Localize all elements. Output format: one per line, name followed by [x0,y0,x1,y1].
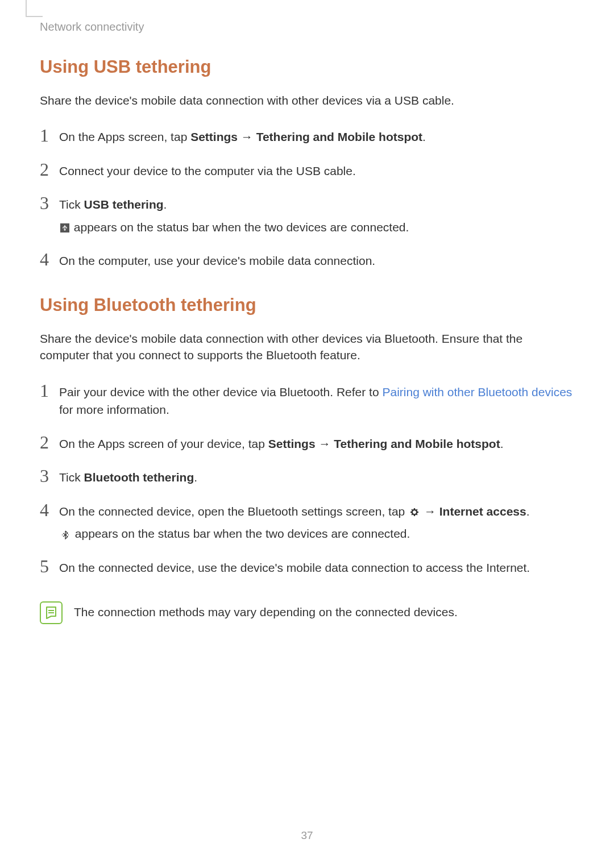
usb-step-1: 1 On the Apps screen, tap Settings → Tet… [40,126,574,146]
step-subline: appears on the status bar when the two d… [59,218,409,236]
usb-step-4: 4 On the computer, use your device's mob… [40,250,574,270]
step-number: 4 [40,250,59,269]
note-icon [40,601,63,624]
step-number: 1 [40,126,59,146]
bt-step-4: 4 On the connected device, open the Blue… [40,500,574,543]
intro-usb: Share the device's mobile data connectio… [40,92,574,109]
step-text: On the connected device, open the Blueto… [59,500,530,543]
note-box: The connection methods may vary dependin… [40,601,574,624]
bold-tethering: Tethering and Mobile hotspot [256,130,422,143]
bt-step-5: 5 On the connected device, use the devic… [40,556,574,577]
step-number: 3 [40,193,59,213]
step-text: On the connected device, use the device'… [59,556,530,577]
text: . [526,505,530,518]
text: . [194,471,197,484]
bold-settings: Settings [190,130,238,143]
text: On the Apps screen, tap [59,130,190,143]
text: On the connected device, open the Blueto… [59,505,408,518]
arrow: → [421,505,439,518]
bluetooth-tether-icon [60,530,70,540]
usb-step-3: 3 Tick USB tethering. appears on the sta… [40,193,574,236]
text: for more information. [59,403,169,416]
step-number: 5 [40,556,59,576]
text: appears on the status bar when the two d… [72,527,410,540]
page-number: 37 [0,829,614,842]
step-text: Tick Bluetooth tethering. [59,466,197,487]
step-text: On the Apps screen of your device, tap S… [59,433,504,453]
arrow: → [238,130,256,143]
bold-settings: Settings [268,437,316,450]
step-number: 2 [40,160,59,180]
gear-icon [409,507,420,517]
header-marker [26,0,27,17]
usb-steps: 1 On the Apps screen, tap Settings → Tet… [40,126,574,270]
usb-step-2: 2 Connect your device to the computer vi… [40,160,574,180]
step-text: On the computer, use your device's mobil… [59,250,375,270]
usb-tether-icon [60,223,69,232]
step-text: Pair your device with the other device v… [59,381,574,419]
heading-bluetooth-tethering: Using Bluetooth tethering [40,295,574,315]
bold-internet-access: Internet access [439,505,526,518]
text: Pair your device with the other device v… [59,385,382,398]
text: . [422,130,426,143]
text: Tick [59,198,84,211]
breadcrumb: Network connectivity [40,20,144,34]
text: On the Apps screen of your device, tap [59,437,268,450]
step-text: Tick USB tethering. appears on the statu… [59,193,409,236]
step-number: 1 [40,381,59,401]
step-text: Connect your device to the computer via … [59,160,356,180]
text: . [500,437,504,450]
bt-step-3: 3 Tick Bluetooth tethering. [40,466,574,487]
text: Tick [59,471,84,484]
step-text: On the Apps screen, tap Settings → Tethe… [59,126,426,146]
step-number: 3 [40,466,59,486]
link-pairing-bluetooth[interactable]: Pairing with other Bluetooth devices [382,385,572,398]
step-number: 4 [40,500,59,520]
bt-steps: 1 Pair your device with the other device… [40,381,574,577]
step-subline: appears on the status bar when the two d… [59,525,530,543]
step-number: 2 [40,433,59,452]
page-content: Using USB tethering Share the device's m… [40,57,574,641]
text: appears on the status bar when the two d… [70,221,409,234]
bold-usb-tethering: USB tethering [84,198,164,211]
bold-tethering: Tethering and Mobile hotspot [334,437,500,450]
bold-bt-tethering: Bluetooth tethering [84,471,194,484]
text: . [164,198,167,211]
intro-bt: Share the device's mobile data connectio… [40,330,574,364]
arrow: → [316,437,334,450]
bt-step-1: 1 Pair your device with the other device… [40,381,574,419]
bt-step-2: 2 On the Apps screen of your device, tap… [40,433,574,453]
note-text: The connection methods may vary dependin… [74,601,458,619]
heading-usb-tethering: Using USB tethering [40,57,574,77]
